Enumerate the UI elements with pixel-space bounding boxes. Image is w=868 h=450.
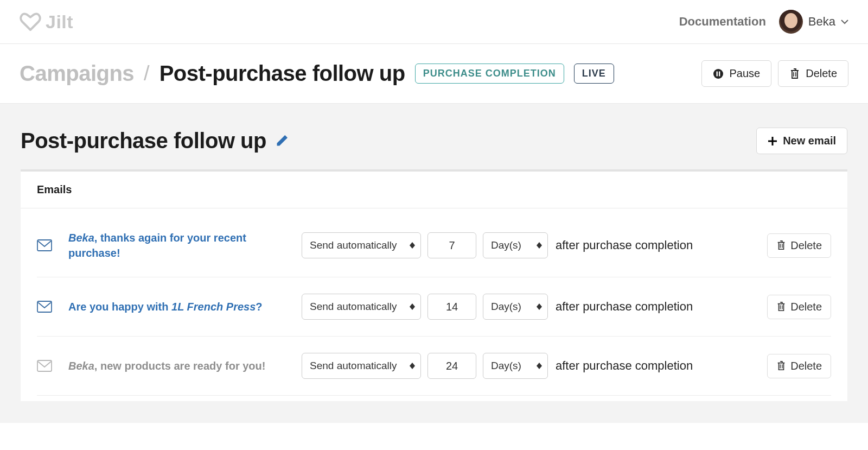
documentation-link[interactable]: Documentation [679,15,766,29]
send-mode-value: Send automatically [310,360,397,372]
email-subject-link[interactable]: Beka, thanks again for your recent purch… [68,232,246,259]
email-subject-link[interactable]: Beka, new products are ready for you! [68,360,265,372]
delay-value-cell [427,353,476,379]
delay-unit-value: Day(s) [491,239,521,251]
email-row-icon-cell [37,301,68,313]
delay-unit-select[interactable]: Day(s) [483,294,548,320]
delete-cell: Delete [767,354,831,378]
delete-cell: Delete [767,295,831,319]
envelope-icon [37,301,52,313]
updown-icon [410,242,415,249]
pause-icon [713,68,724,79]
email-subject-cell: Beka, thanks again for your recent purch… [68,230,302,261]
delete-cell: Delete [767,233,831,258]
delete-email-button[interactable]: Delete [767,295,831,319]
delay-unit-value: Day(s) [491,360,521,372]
send-mode-cell: Send automatically [302,294,421,320]
svg-rect-2 [719,71,720,76]
delay-value-cell [427,294,476,320]
svg-rect-4 [37,301,52,312]
category-badge: PURCHASE COMPLETION [415,64,564,84]
trash-icon [776,360,786,371]
send-mode-select[interactable]: Send automatically [302,294,421,320]
edit-title-button[interactable] [275,132,290,150]
delay-value-input[interactable] [433,239,470,252]
top-bar: Jilt Documentation Beka [0,0,868,44]
envelope-icon [37,239,52,251]
avatar [779,10,803,34]
pause-button[interactable]: Pause [701,60,771,87]
svg-rect-3 [37,240,52,251]
delay-value-wrap [427,294,476,320]
delay-value-input[interactable] [433,300,470,314]
delete-email-button[interactable]: Delete [767,233,831,258]
email-subject-cell: Are you happy with 1L French Press? [68,299,302,314]
email-row: Beka, new products are ready for you! Se… [37,337,831,396]
delay-unit-cell: Day(s) [483,353,548,379]
brand-name: Jilt [46,11,73,33]
topbar-right: Documentation Beka [679,10,848,34]
send-mode-cell: Send automatically [302,232,421,258]
pencil-icon [275,132,290,148]
heart-icon [20,11,41,32]
email-row: Are you happy with 1L French Press? Send… [37,277,831,337]
status-badge: LIVE [574,64,614,84]
page-title: Post-purchase follow up [21,129,266,153]
svg-rect-1 [717,71,718,76]
delay-value-input[interactable] [433,359,470,373]
trash-icon [776,301,786,312]
delete-campaign-button[interactable]: Delete [778,60,848,87]
email-rows: Beka, thanks again for your recent purch… [21,208,847,401]
send-mode-cell: Send automatically [302,353,421,379]
trash-icon [789,68,800,80]
delay-value-wrap [427,232,476,258]
delay-unit-select[interactable]: Day(s) [483,232,548,258]
email-row-icon-cell [37,239,68,251]
updown-icon [410,363,415,369]
panel-heading: Emails [21,172,847,208]
updown-icon [410,303,415,310]
delay-value-wrap [427,353,476,379]
after-text: after purchase completion [548,238,767,252]
updown-icon [537,242,542,249]
emails-panel: Emails Beka, thanks again for your recen… [21,169,847,401]
delete-email-label: Delete [790,301,822,313]
after-text: after purchase completion [548,359,767,373]
user-name: Beka [808,15,835,29]
breadcrumb-root[interactable]: Campaigns [20,61,134,86]
send-mode-value: Send automatically [310,239,397,251]
breadcrumb-current: Post-purchase follow up [159,61,405,86]
delay-unit-value: Day(s) [491,301,521,313]
title-row: Post-purchase follow up New email [5,120,863,169]
updown-icon [537,303,542,310]
svg-rect-5 [37,360,52,371]
delete-campaign-label: Delete [806,67,837,80]
breadcrumb: Campaigns / Post-purchase follow up PURC… [20,61,614,86]
new-email-label: New email [783,135,836,147]
send-mode-select[interactable]: Send automatically [302,353,421,379]
email-row-icon-cell [37,360,68,372]
email-row: Beka, thanks again for your recent purch… [37,214,831,277]
delay-unit-cell: Day(s) [483,294,548,320]
trash-icon [776,240,786,251]
new-email-button[interactable]: New email [756,128,847,154]
email-subject-link[interactable]: Are you happy with 1L French Press? [68,301,263,313]
brand-logo: Jilt [20,11,73,33]
delay-unit-cell: Day(s) [483,232,548,258]
delay-unit-select[interactable]: Day(s) [483,353,548,379]
chevron-down-icon [841,19,848,24]
user-menu[interactable]: Beka [779,10,848,34]
page-header: Campaigns / Post-purchase follow up PURC… [0,44,868,104]
delete-email-button[interactable]: Delete [767,354,831,378]
svg-point-0 [713,69,723,79]
pause-label: Pause [729,67,760,80]
send-mode-select[interactable]: Send automatically [302,232,421,258]
envelope-icon [37,360,52,372]
after-text: after purchase completion [548,300,767,314]
plus-icon [768,136,777,146]
header-actions: Pause Delete [701,60,848,87]
delay-value-cell [427,232,476,258]
delete-email-label: Delete [790,239,822,252]
breadcrumb-separator: / [144,62,150,85]
delete-email-label: Delete [790,360,822,372]
